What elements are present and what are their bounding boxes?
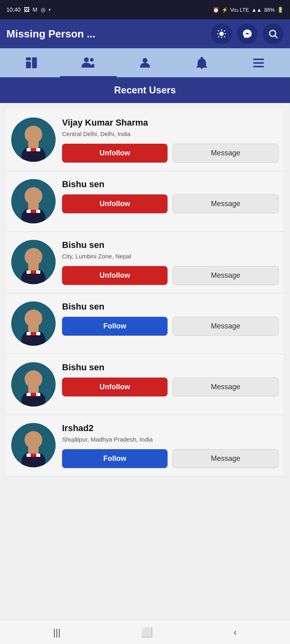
brightness-button[interactable]: [211, 23, 232, 44]
user-info: Bishu sen City, Lumbini Zone, Nepal Unfo…: [62, 240, 279, 285]
battery-icon: 🔋: [277, 7, 284, 13]
svg-point-9: [269, 30, 276, 36]
user-info: Bishu sen Follow Message: [62, 301, 279, 336]
svg-rect-49: [31, 393, 36, 396]
svg-rect-55: [31, 454, 36, 457]
user-location: Shujālpur, Madhya Pradesh, India: [62, 436, 279, 443]
alarm-icon: ⏰: [213, 7, 219, 13]
action-buttons: Unfollow Message: [62, 194, 279, 213]
svg-line-10: [275, 36, 278, 38]
status-left: 10:40 🖼 M ◎ •: [6, 6, 51, 13]
instagram-icon: ◎: [41, 6, 46, 13]
svg-point-33: [25, 248, 42, 266]
user-name: Bishu sen: [62, 301, 279, 312]
message-button[interactable]: Message: [172, 317, 279, 336]
svg-point-0: [220, 32, 224, 36]
unfollow-button[interactable]: Unfollow: [62, 144, 168, 163]
tab-users[interactable]: [60, 48, 117, 77]
message-button[interactable]: Message: [172, 266, 279, 285]
avatar: [11, 240, 56, 284]
action-buttons: Unfollow Message: [62, 378, 279, 396]
photo-icon: 🖼: [24, 6, 29, 13]
svg-point-16: [143, 58, 147, 63]
home-icon[interactable]: ⬜: [141, 627, 153, 638]
header-icon-group: [211, 23, 284, 44]
tab-news-feed[interactable]: [3, 48, 60, 77]
avatar: [11, 301, 56, 346]
bluetooth-icon: ⚡: [222, 7, 228, 13]
user-info: Bishu sen Unfollow Message: [62, 179, 279, 213]
mail-icon: M: [33, 6, 37, 13]
user-info: Irshad2 Shujālpur, Madhya Pradesh, India…: [62, 423, 279, 468]
message-button[interactable]: Message: [172, 194, 279, 213]
svg-point-51: [25, 431, 42, 449]
tab-profile[interactable]: [117, 48, 174, 77]
avatar: [11, 423, 56, 467]
svg-line-5: [218, 31, 219, 31]
svg-rect-13: [32, 58, 37, 68]
svg-rect-11: [26, 58, 31, 61]
svg-point-27: [25, 187, 42, 205]
user-info: Vijay Kumar Sharma Central Delhi, Delhi,…: [62, 118, 279, 163]
section-title: Recent Users: [114, 85, 176, 95]
user-name: Bishu sen: [62, 179, 279, 190]
search-button[interactable]: [263, 23, 284, 44]
user-item: Irshad2 Shujālpur, Madhya Pradesh, India…: [6, 415, 284, 477]
search-icon: [268, 29, 278, 39]
battery-label: 88%: [264, 7, 275, 13]
tab-notifications[interactable]: [173, 48, 230, 77]
action-buttons: Follow Message: [62, 317, 279, 336]
signal-icon: Vo₂ LTE: [230, 7, 249, 13]
user-item: Bishu sen City, Lumbini Zone, Nepal Unfo…: [6, 232, 284, 293]
bottom-nav: ||| ⬜ ‹: [0, 620, 290, 644]
action-buttons: Follow Message: [62, 449, 279, 468]
wifi-icon: ▲▲: [251, 7, 262, 13]
app-title: Missing Person ...: [6, 28, 95, 40]
svg-point-45: [25, 370, 42, 388]
svg-line-6: [224, 36, 225, 37]
user-name: Bishu sen: [62, 240, 279, 250]
status-right: ⏰ ⚡ Vo₂ LTE ▲▲ 88% 🔋: [213, 7, 284, 13]
user-location: City, Lumbini Zone, Nepal: [62, 253, 279, 260]
messenger-button[interactable]: [237, 23, 258, 44]
unfollow-button[interactable]: Unfollow: [62, 266, 168, 285]
svg-rect-19: [253, 66, 264, 68]
avatar: [11, 118, 56, 162]
svg-rect-43: [31, 332, 36, 335]
svg-rect-25: [31, 148, 36, 151]
follow-button[interactable]: Follow: [62, 449, 168, 468]
user-name: Irshad2: [62, 423, 279, 433]
user-location: Central Delhi, Delhi, India: [62, 130, 279, 137]
user-name: Bishu sen: [62, 362, 279, 373]
message-button[interactable]: Message: [172, 378, 279, 396]
user-name: Vijay Kumar Sharma: [62, 118, 279, 128]
message-button[interactable]: Message: [172, 449, 279, 468]
svg-point-21: [25, 126, 42, 143]
recent-apps-icon[interactable]: |||: [53, 627, 61, 638]
user-info: Bishu sen Unfollow Message: [62, 362, 279, 396]
messenger-icon: [242, 29, 253, 39]
status-bar: 10:40 🖼 M ◎ • ⏰ ⚡ Vo₂ LTE ▲▲ 88% 🔋: [0, 0, 290, 19]
tab-menu[interactable]: [230, 48, 287, 77]
action-buttons: Unfollow Message: [62, 144, 279, 163]
svg-rect-37: [31, 270, 36, 274]
svg-rect-12: [26, 62, 31, 68]
unfollow-button[interactable]: Unfollow: [62, 194, 168, 213]
avatar: [11, 179, 56, 223]
dot-icon: •: [49, 6, 51, 13]
nav-tabs: [0, 48, 290, 77]
user-item: Bishu sen Unfollow Message: [6, 171, 284, 232]
svg-point-39: [25, 310, 42, 327]
unfollow-button[interactable]: Unfollow: [62, 378, 168, 396]
user-list: Vijay Kumar Sharma Central Delhi, Delhi,…: [0, 103, 290, 483]
section-header: Recent Users: [0, 77, 290, 103]
svg-rect-17: [253, 59, 264, 60]
message-button[interactable]: Message: [172, 144, 279, 163]
svg-rect-31: [31, 210, 36, 213]
svg-line-7: [218, 36, 219, 37]
svg-rect-18: [253, 62, 264, 64]
action-buttons: Unfollow Message: [62, 266, 279, 285]
back-icon[interactable]: ‹: [234, 627, 237, 638]
brightness-icon: [216, 29, 227, 39]
follow-button[interactable]: Follow: [62, 317, 168, 336]
